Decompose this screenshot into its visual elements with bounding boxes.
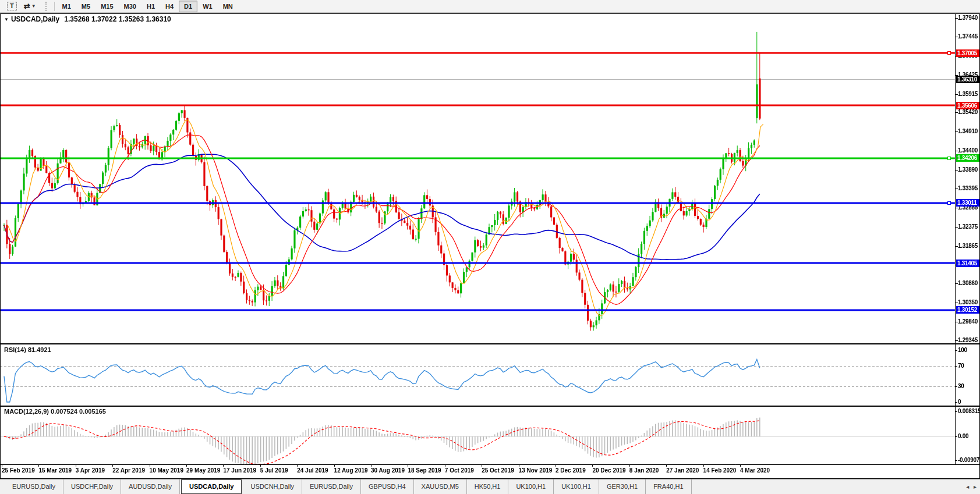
toolbar: T ⇄ ▼ M1M5M15M30H1H4D1W1MN <box>0 0 980 13</box>
price-tick-label: 1.35915 <box>958 91 979 97</box>
hline-price-label[interactable]: 1.33011 <box>956 199 979 207</box>
hline-price-label[interactable]: 1.35606 <box>956 102 979 109</box>
tab-ger30-h1[interactable]: GER30,H1 <box>599 479 646 494</box>
rsi-scale-label: 70 <box>958 362 964 369</box>
tabs-scroll-right-button[interactable]: ▸ <box>974 484 977 490</box>
date-label: 2 Dec 2019 <box>556 467 586 474</box>
mt4-window: T ⇄ ▼ M1M5M15M30H1H4D1W1MN ▼USDCAD,Daily… <box>0 0 980 494</box>
date-label: 12 Aug 2019 <box>334 467 368 474</box>
tab-scroll-arrows: ◂ ▸ <box>963 484 977 490</box>
ohlc-values: 1.35268 1.37022 1.35263 1.36310 <box>64 15 171 23</box>
hline-price-label[interactable]: 1.34206 <box>956 154 979 162</box>
price-tick-label: 1.34400 <box>958 147 979 154</box>
timeframe-button-m1[interactable]: M1 <box>57 1 76 12</box>
date-label: 18 Sep 2019 <box>408 467 441 474</box>
timeframe-button-m5[interactable]: M5 <box>76 1 95 12</box>
hline-price-label[interactable]: 1.30152 <box>956 306 979 314</box>
rsi-indicator-label: RSI(14) 81.4921 <box>4 346 51 353</box>
tab-gbpusd-h4[interactable]: GBPUSD,H4 <box>361 479 414 494</box>
price-tick-label: 1.31865 <box>958 243 979 249</box>
tab-uk100-h1[interactable]: UK100,H1 <box>508 479 554 494</box>
date-label: 3 Apr 2019 <box>76 467 105 474</box>
timeframe-group: M1M5M15M30H1H4D1W1MN <box>57 1 238 12</box>
date-label: 5 Jul 2019 <box>260 467 288 474</box>
macd-scale-label: -0.009071 <box>958 457 980 463</box>
timeframe-button-h4[interactable]: H4 <box>160 1 179 12</box>
timeframe-button-mn[interactable]: MN <box>218 1 238 12</box>
tab-usdcad-daily[interactable]: USDCAD,Daily <box>181 479 242 494</box>
tab-usdchf-daily[interactable]: USDCHF,Daily <box>63 479 121 494</box>
date-label: 8 Jan 2020 <box>629 467 659 474</box>
tab-eurusd-daily[interactable]: EURUSD,Daily <box>302 479 361 494</box>
hline-price-label[interactable]: 1.31405 <box>956 260 979 267</box>
tab-eurusd-daily[interactable]: EURUSD,Daily <box>5 479 63 494</box>
rsi-scale-label: 30 <box>958 383 964 389</box>
cycle-symbols-button[interactable]: ⇄ ▼ <box>21 1 39 12</box>
date-label: 13 Nov 2019 <box>519 467 553 474</box>
toolbar-separator <box>54 2 55 11</box>
price-tick-label: 1.32375 <box>958 223 979 230</box>
tab-hk50-h1[interactable]: HK50,H1 <box>467 479 509 494</box>
date-label: 30 Aug 2019 <box>371 467 405 474</box>
chart-dropdown-icon[interactable]: ▼ <box>4 17 9 22</box>
timeframe-button-d1[interactable]: D1 <box>179 1 197 12</box>
symbol-label: USDCAD,Daily <box>11 15 59 23</box>
price-tick-label: 1.30860 <box>958 280 979 286</box>
price-tick-label: 1.30350 <box>958 299 979 305</box>
date-label: 20 Dec 2019 <box>592 467 625 474</box>
macd-scale-label: 0.008315 <box>958 408 980 414</box>
toolbar-grip[interactable] <box>45 2 48 11</box>
date-label: 14 Feb 2020 <box>703 467 737 474</box>
price-tick-label: 1.37445 <box>958 33 979 40</box>
date-label: 27 Jan 2020 <box>666 467 699 474</box>
date-label: 29 May 2019 <box>186 467 220 474</box>
date-label: 22 Apr 2019 <box>112 467 145 474</box>
price-tick-label: 1.33395 <box>958 185 979 191</box>
timeframe-button-h1[interactable]: H1 <box>141 1 160 12</box>
price-tick-label: 1.29840 <box>958 318 979 325</box>
tabs-scroll-left-button[interactable]: ◂ <box>966 484 969 490</box>
tab-fra40-h1[interactable]: FRA40,H1 <box>646 479 691 494</box>
price-tick-label: 1.35420 <box>958 109 979 115</box>
date-label: 17 Jun 2019 <box>223 467 256 474</box>
macd-indicator-label: MACD(12,26,9) 0.007524 0.005165 <box>4 408 106 415</box>
chart-title-bar: ▼USDCAD,Daily1.35268 1.37022 1.35263 1.3… <box>4 15 171 23</box>
tab-audusd-daily[interactable]: AUDUSD,Daily <box>121 479 180 494</box>
tab-uk100-h1[interactable]: UK100,H1 <box>554 479 599 494</box>
rsi-scale-label: 100 <box>958 347 967 353</box>
hline-price-label[interactable]: 1.37005 <box>956 49 979 57</box>
chevron-down-icon: ▼ <box>31 3 36 9</box>
price-tick-label: 1.29345 <box>958 337 979 343</box>
price-tick-label: 1.37940 <box>958 15 979 21</box>
rsi-scale-label: 0 <box>958 399 961 405</box>
price-tick-label: 1.33890 <box>958 166 979 173</box>
timeframe-button-m30[interactable]: M30 <box>119 1 141 12</box>
date-label: 10 May 2019 <box>150 467 183 474</box>
chart-tabs: EURUSD,DailyUSDCHF,DailyAUDUSD,DailyUSDC… <box>0 479 692 494</box>
text-label-tool-button[interactable]: T <box>4 1 20 12</box>
date-label: 4 Mar 2020 <box>740 467 770 474</box>
date-label: 25 Oct 2019 <box>482 467 514 474</box>
chart-canvas[interactable] <box>0 0 980 494</box>
cycle-arrows-icon: ⇄ <box>24 2 30 10</box>
date-label: 24 Jul 2019 <box>297 467 328 474</box>
text-tool-icon: T <box>7 2 17 10</box>
date-label: 25 Feb 2019 <box>2 467 35 474</box>
macd-scale-label: 0.00 <box>958 433 968 439</box>
tab-usdcnh-daily[interactable]: USDCNH,Daily <box>243 479 302 494</box>
timeframe-button-m15[interactable]: M15 <box>95 1 118 12</box>
timeframe-button-w1[interactable]: W1 <box>197 1 218 12</box>
date-label: 7 Oct 2019 <box>445 467 474 474</box>
chart-tabs-bar: EURUSD,DailyUSDCHF,DailyAUDUSD,DailyUSDC… <box>0 479 980 494</box>
date-label: 15 Mar 2019 <box>38 467 72 474</box>
tab-xauusd-m5[interactable]: XAUUSD,M5 <box>414 479 467 494</box>
current-price-label: 1.36310 <box>956 76 979 83</box>
price-tick-label: 1.34910 <box>958 128 979 134</box>
